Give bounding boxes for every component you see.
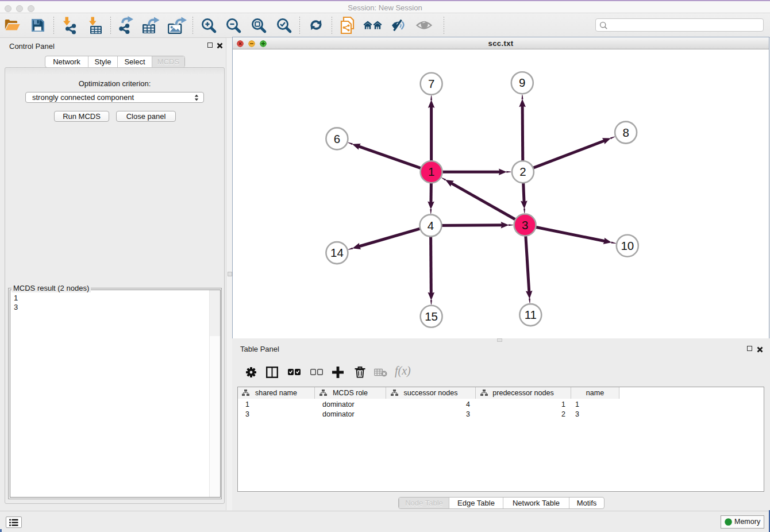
svg-text:2: 2 xyxy=(519,165,526,178)
svg-text:14: 14 xyxy=(330,246,344,259)
svg-text:6: 6 xyxy=(334,132,340,145)
svg-text:3: 3 xyxy=(522,218,528,232)
svg-text:15: 15 xyxy=(425,310,438,323)
svg-text:9: 9 xyxy=(519,76,525,89)
svg-text:11: 11 xyxy=(525,308,537,321)
svg-text:8: 8 xyxy=(622,126,629,139)
svg-text:4: 4 xyxy=(428,219,434,232)
svg-text:10: 10 xyxy=(621,239,634,252)
svg-text:7: 7 xyxy=(428,77,434,90)
svg-text:1: 1 xyxy=(428,165,434,178)
